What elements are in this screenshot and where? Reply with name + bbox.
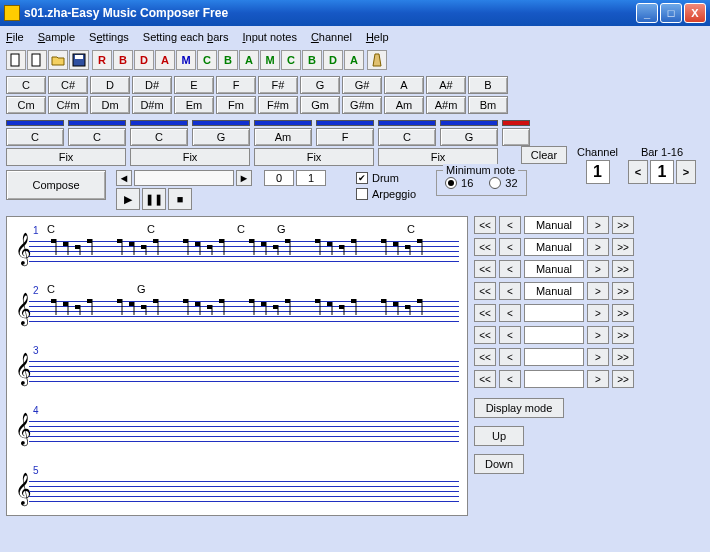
toolbar-letter-b[interactable]: B (302, 50, 322, 70)
step-rr-2[interactable]: >> (612, 260, 634, 278)
bar-next-button[interactable]: > (676, 160, 696, 184)
step-r-1[interactable]: > (587, 238, 609, 256)
step-ll-6[interactable]: << (474, 348, 496, 366)
chord-F#[interactable]: F# (258, 76, 298, 94)
menu-sample[interactable]: Sample (38, 31, 75, 43)
toolbar-letter-c[interactable]: C (281, 50, 301, 70)
menu-setting-each-bars[interactable]: Setting each bars (143, 31, 229, 43)
chord-Cm[interactable]: Cm (6, 96, 46, 114)
clear-button[interactable]: Clear (521, 146, 567, 164)
toolbar-letter-a[interactable]: A (239, 50, 259, 70)
menu-settings[interactable]: Settings (89, 31, 129, 43)
step-r-7[interactable]: > (587, 370, 609, 388)
maximize-button[interactable]: □ (660, 3, 682, 23)
step-l-4[interactable]: < (499, 304, 521, 322)
step-ll-5[interactable]: << (474, 326, 496, 344)
bar-chord-2[interactable]: C (130, 128, 188, 146)
step-rr-6[interactable]: >> (612, 348, 634, 366)
chord-Gm[interactable]: Gm (300, 96, 340, 114)
fix-button-0[interactable]: Fix (6, 148, 126, 166)
chord-Em[interactable]: Em (174, 96, 214, 114)
toolbar-letter-m[interactable]: M (176, 50, 196, 70)
toolbar-letter-a[interactable]: A (155, 50, 175, 70)
radio-16[interactable] (445, 177, 457, 189)
bar-chord-4[interactable]: Am (254, 128, 312, 146)
step-l-1[interactable]: < (499, 238, 521, 256)
manual-box-7[interactable] (524, 370, 584, 388)
step-rr-5[interactable]: >> (612, 326, 634, 344)
drum-checkbox[interactable]: ✔ (356, 172, 368, 184)
new-icon[interactable] (6, 50, 26, 70)
chord-A#m[interactable]: A#m (426, 96, 466, 114)
chord-Bm[interactable]: Bm (468, 96, 508, 114)
step-l-3[interactable]: < (499, 282, 521, 300)
chord-Fm[interactable]: Fm (216, 96, 256, 114)
metronome-icon[interactable] (367, 50, 387, 70)
bar-chord-extra[interactable] (502, 128, 530, 146)
step-ll-1[interactable]: << (474, 238, 496, 256)
chord-C#[interactable]: C# (48, 76, 88, 94)
chord-F#m[interactable]: F#m (258, 96, 298, 114)
close-button[interactable]: X (684, 3, 706, 23)
manual-box-6[interactable] (524, 348, 584, 366)
save-icon[interactable] (69, 50, 89, 70)
manual-box-3[interactable]: Manual (524, 282, 584, 300)
toolbar-letter-c[interactable]: C (197, 50, 217, 70)
bar-chord-3[interactable]: G (192, 128, 250, 146)
chord-C[interactable]: C (6, 76, 46, 94)
toolbar-letter-b[interactable]: B (113, 50, 133, 70)
step-rr-1[interactable]: >> (612, 238, 634, 256)
step-l-6[interactable]: < (499, 348, 521, 366)
chord-A[interactable]: A (384, 76, 424, 94)
step-l-2[interactable]: < (499, 260, 521, 278)
scroll-right-button[interactable]: ► (236, 170, 252, 186)
bar-chord-1[interactable]: C (68, 128, 126, 146)
chord-D[interactable]: D (90, 76, 130, 94)
play-button[interactable]: ▶ (116, 188, 140, 210)
radio-32[interactable] (489, 177, 501, 189)
step-rr-0[interactable]: >> (612, 216, 634, 234)
chord-Dm[interactable]: Dm (90, 96, 130, 114)
step-ll-0[interactable]: << (474, 216, 496, 234)
chord-F[interactable]: F (216, 76, 256, 94)
manual-box-0[interactable]: Manual (524, 216, 584, 234)
chord-D#[interactable]: D# (132, 76, 172, 94)
toolbar-letter-b[interactable]: B (218, 50, 238, 70)
minimize-button[interactable]: _ (636, 3, 658, 23)
chord-E[interactable]: E (174, 76, 214, 94)
chord-D#m[interactable]: D#m (132, 96, 172, 114)
bar-chord-7[interactable]: G (440, 128, 498, 146)
step-r-6[interactable]: > (587, 348, 609, 366)
compose-button[interactable]: Compose (6, 170, 106, 200)
chord-G[interactable]: G (300, 76, 340, 94)
toolbar-letter-a[interactable]: A (344, 50, 364, 70)
down-button[interactable]: Down (474, 454, 524, 474)
menu-help[interactable]: Help (366, 31, 389, 43)
menu-channel[interactable]: Channel (311, 31, 352, 43)
chord-A#[interactable]: A# (426, 76, 466, 94)
manual-box-5[interactable] (524, 326, 584, 344)
chord-Am[interactable]: Am (384, 96, 424, 114)
step-rr-7[interactable]: >> (612, 370, 634, 388)
fix-button-1[interactable]: Fix (130, 148, 250, 166)
bar-chord-0[interactable]: C (6, 128, 64, 146)
step-ll-4[interactable]: << (474, 304, 496, 322)
step-rr-3[interactable]: >> (612, 282, 634, 300)
pause-button[interactable]: ❚❚ (142, 188, 166, 210)
step-ll-7[interactable]: << (474, 370, 496, 388)
toolbar-letter-d[interactable]: D (323, 50, 343, 70)
fix-button-2[interactable]: Fix (254, 148, 374, 166)
step-r-4[interactable]: > (587, 304, 609, 322)
step-ll-2[interactable]: << (474, 260, 496, 278)
chord-G#[interactable]: G# (342, 76, 382, 94)
step-l-0[interactable]: < (499, 216, 521, 234)
step-r-5[interactable]: > (587, 326, 609, 344)
menu-file[interactable]: File (6, 31, 24, 43)
step-r-3[interactable]: > (587, 282, 609, 300)
arpeggio-checkbox[interactable] (356, 188, 368, 200)
manual-box-4[interactable] (524, 304, 584, 322)
display-mode-button[interactable]: Display mode (474, 398, 564, 418)
step-l-7[interactable]: < (499, 370, 521, 388)
manual-box-2[interactable]: Manual (524, 260, 584, 278)
step-ll-3[interactable]: << (474, 282, 496, 300)
